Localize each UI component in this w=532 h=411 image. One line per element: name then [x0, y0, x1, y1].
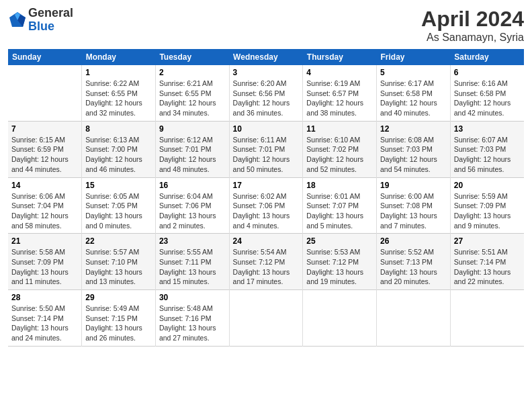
calendar-cell: 22Sunrise: 5:57 AM Sunset: 7:10 PM Dayli… — [82, 234, 156, 290]
calendar-cell — [377, 290, 451, 347]
day-number: 20 — [454, 181, 521, 190]
calendar-cell — [8, 65, 82, 121]
calendar-cell: 25Sunrise: 5:53 AM Sunset: 7:12 PM Dayli… — [303, 234, 377, 290]
day-info: Sunrise: 5:57 AM Sunset: 7:10 PM Dayligh… — [85, 247, 152, 287]
calendar-week-row: 21Sunrise: 5:58 AM Sunset: 7:09 PM Dayli… — [8, 234, 524, 290]
day-info: Sunrise: 5:54 AM Sunset: 7:12 PM Dayligh… — [233, 247, 300, 287]
calendar-week-row: 28Sunrise: 5:50 AM Sunset: 7:14 PM Dayli… — [8, 290, 524, 347]
calendar-week-row: 1Sunrise: 6:22 AM Sunset: 6:55 PM Daylig… — [8, 65, 524, 121]
day-number: 26 — [380, 236, 447, 246]
logo-blue: Blue — [28, 19, 54, 33]
day-number: 21 — [11, 236, 78, 246]
day-info: Sunrise: 6:11 AM Sunset: 7:01 PM Dayligh… — [233, 135, 300, 175]
calendar-cell: 1Sunrise: 6:22 AM Sunset: 6:55 PM Daylig… — [82, 65, 156, 121]
day-info: Sunrise: 6:01 AM Sunset: 7:07 PM Dayligh… — [306, 191, 373, 231]
calendar-cell: 14Sunrise: 6:06 AM Sunset: 7:04 PM Dayli… — [8, 177, 82, 234]
day-info: Sunrise: 6:08 AM Sunset: 7:03 PM Dayligh… — [380, 135, 447, 175]
day-info: Sunrise: 6:05 AM Sunset: 7:05 PM Dayligh… — [85, 191, 152, 231]
page-container: General Blue April 2024 As Sanamayn, Syr… — [0, 0, 532, 353]
day-number: 30 — [159, 293, 226, 302]
day-number: 2 — [159, 68, 226, 77]
day-number: 18 — [306, 181, 373, 190]
day-info: Sunrise: 6:15 AM Sunset: 6:59 PM Dayligh… — [11, 135, 78, 175]
calendar-cell: 2Sunrise: 6:21 AM Sunset: 6:55 PM Daylig… — [155, 65, 229, 121]
calendar-cell: 23Sunrise: 5:55 AM Sunset: 7:11 PM Dayli… — [155, 234, 229, 290]
calendar-cell — [303, 290, 377, 347]
calendar-cell: 30Sunrise: 5:48 AM Sunset: 7:16 PM Dayli… — [155, 290, 229, 347]
calendar-cell: 18Sunrise: 6:01 AM Sunset: 7:07 PM Dayli… — [303, 177, 377, 234]
day-number: 4 — [306, 68, 373, 77]
day-info: Sunrise: 6:16 AM Sunset: 6:58 PM Dayligh… — [454, 79, 521, 118]
calendar-cell: 28Sunrise: 5:50 AM Sunset: 7:14 PM Dayli… — [8, 290, 82, 347]
weekday-header: Saturday — [450, 49, 524, 65]
day-info: Sunrise: 6:07 AM Sunset: 7:03 PM Dayligh… — [454, 135, 521, 175]
calendar-cell: 15Sunrise: 6:05 AM Sunset: 7:05 PM Dayli… — [82, 177, 156, 234]
day-info: Sunrise: 6:06 AM Sunset: 7:04 PM Dayligh… — [11, 191, 78, 231]
day-info: Sunrise: 5:58 AM Sunset: 7:09 PM Dayligh… — [11, 247, 78, 287]
calendar-cell: 6Sunrise: 6:16 AM Sunset: 6:58 PM Daylig… — [450, 65, 524, 121]
day-info: Sunrise: 6:19 AM Sunset: 6:57 PM Dayligh… — [306, 79, 373, 118]
day-number: 3 — [233, 68, 300, 77]
day-number: 5 — [380, 68, 447, 77]
day-number: 6 — [454, 68, 521, 77]
calendar-cell — [450, 290, 524, 347]
title-block: April 2024 As Sanamayn, Syria — [421, 7, 524, 44]
day-number: 10 — [233, 124, 300, 134]
day-number: 9 — [159, 124, 226, 134]
day-info: Sunrise: 6:20 AM Sunset: 6:56 PM Dayligh… — [233, 79, 300, 118]
day-info: Sunrise: 5:52 AM Sunset: 7:13 PM Dayligh… — [380, 247, 447, 287]
day-number: 29 — [85, 293, 152, 302]
calendar-cell: 10Sunrise: 6:11 AM Sunset: 7:01 PM Dayli… — [229, 121, 303, 177]
day-number: 8 — [85, 124, 152, 134]
logo: General Blue — [8, 7, 73, 34]
day-info: Sunrise: 6:13 AM Sunset: 7:00 PM Dayligh… — [85, 135, 152, 175]
weekday-header: Monday — [82, 49, 156, 65]
weekday-header: Thursday — [303, 49, 377, 65]
title-location: As Sanamayn, Syria — [421, 32, 524, 44]
calendar-cell — [229, 290, 303, 347]
calendar-cell: 11Sunrise: 6:10 AM Sunset: 7:02 PM Dayli… — [303, 121, 377, 177]
calendar-cell: 9Sunrise: 6:12 AM Sunset: 7:01 PM Daylig… — [155, 121, 229, 177]
calendar-cell: 16Sunrise: 6:04 AM Sunset: 7:06 PM Dayli… — [155, 177, 229, 234]
day-number: 19 — [380, 181, 447, 190]
calendar-cell: 27Sunrise: 5:51 AM Sunset: 7:14 PM Dayli… — [450, 234, 524, 290]
calendar-cell: 29Sunrise: 5:49 AM Sunset: 7:15 PM Dayli… — [82, 290, 156, 347]
calendar-cell: 12Sunrise: 6:08 AM Sunset: 7:03 PM Dayli… — [377, 121, 451, 177]
day-info: Sunrise: 6:12 AM Sunset: 7:01 PM Dayligh… — [159, 135, 226, 175]
logo-text: General Blue — [28, 7, 73, 34]
weekday-header: Sunday — [8, 49, 82, 65]
logo-general: General — [28, 6, 73, 19]
weekday-header: Friday — [377, 49, 451, 65]
calendar-cell: 21Sunrise: 5:58 AM Sunset: 7:09 PM Dayli… — [8, 234, 82, 290]
day-info: Sunrise: 6:21 AM Sunset: 6:55 PM Dayligh… — [159, 79, 226, 118]
day-number: 11 — [306, 124, 373, 134]
calendar-week-row: 7Sunrise: 6:15 AM Sunset: 6:59 PM Daylig… — [8, 121, 524, 177]
day-info: Sunrise: 5:48 AM Sunset: 7:16 PM Dayligh… — [159, 304, 226, 343]
calendar-cell: 4Sunrise: 6:19 AM Sunset: 6:57 PM Daylig… — [303, 65, 377, 121]
day-number: 1 — [85, 68, 152, 77]
day-number: 27 — [454, 236, 521, 246]
day-info: Sunrise: 6:17 AM Sunset: 6:58 PM Dayligh… — [380, 79, 447, 118]
day-info: Sunrise: 6:02 AM Sunset: 7:06 PM Dayligh… — [233, 191, 300, 231]
day-number: 24 — [233, 236, 300, 246]
calendar-cell: 8Sunrise: 6:13 AM Sunset: 7:00 PM Daylig… — [82, 121, 156, 177]
day-number: 7 — [11, 124, 78, 134]
calendar-cell: 20Sunrise: 5:59 AM Sunset: 7:09 PM Dayli… — [450, 177, 524, 234]
day-number: 25 — [306, 236, 373, 246]
logo-icon — [8, 11, 27, 30]
calendar-cell: 24Sunrise: 5:54 AM Sunset: 7:12 PM Dayli… — [229, 234, 303, 290]
calendar-week-row: 14Sunrise: 6:06 AM Sunset: 7:04 PM Dayli… — [8, 177, 524, 234]
title-month: April 2024 — [421, 7, 524, 32]
day-info: Sunrise: 5:59 AM Sunset: 7:09 PM Dayligh… — [454, 191, 521, 231]
header: General Blue April 2024 As Sanamayn, Syr… — [8, 7, 524, 44]
day-info: Sunrise: 5:53 AM Sunset: 7:12 PM Dayligh… — [306, 247, 373, 287]
weekday-header: Wednesday — [229, 49, 303, 65]
day-number: 17 — [233, 181, 300, 190]
calendar-cell: 17Sunrise: 6:02 AM Sunset: 7:06 PM Dayli… — [229, 177, 303, 234]
day-info: Sunrise: 6:00 AM Sunset: 7:08 PM Dayligh… — [380, 191, 447, 231]
calendar-cell: 5Sunrise: 6:17 AM Sunset: 6:58 PM Daylig… — [377, 65, 451, 121]
day-number: 13 — [454, 124, 521, 134]
weekday-header: Tuesday — [155, 49, 229, 65]
weekday-header-row: SundayMondayTuesdayWednesdayThursdayFrid… — [8, 49, 524, 65]
day-info: Sunrise: 5:49 AM Sunset: 7:15 PM Dayligh… — [85, 304, 152, 343]
